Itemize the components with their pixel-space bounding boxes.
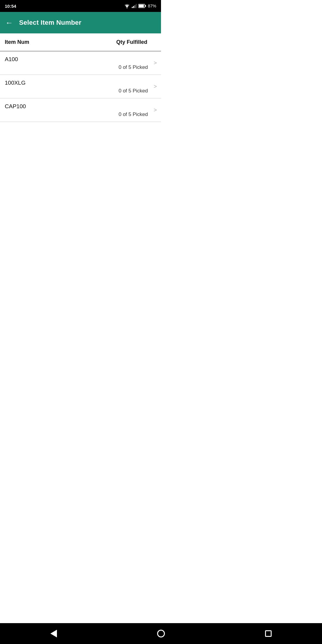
item-qty: 0 of 5 Picked [119,88,148,94]
svg-rect-4 [136,4,137,8]
svg-rect-2 [133,6,134,8]
list-item[interactable]: 100XLG 0 of 5 Picked > [0,75,161,98]
list-item[interactable]: CAP100 0 of 5 Picked > [0,98,161,122]
item-id: CAP100 [5,103,156,110]
items-list: A100 0 of 5 Picked > 100XLG 0 of 5 Picke… [0,51,161,122]
status-icons: 87% [124,4,156,8]
svg-rect-3 [134,5,135,8]
app-bar-title: Select Item Number [19,19,81,27]
col-header-item-num: Item Num [5,39,76,45]
svg-point-0 [126,7,127,8]
item-qty: 0 of 5 Picked [119,64,148,70]
chevron-right-icon: > [154,60,157,66]
svg-rect-7 [139,5,144,7]
chevron-right-icon: > [154,107,157,113]
item-id: A100 [5,56,156,63]
col-header-qty: Qty Fulfilled [76,39,156,45]
svg-rect-1 [132,7,133,8]
chevron-right-icon: > [154,83,157,90]
table-header: Item Num Qty Fulfilled [0,33,161,51]
list-item[interactable]: A100 0 of 5 Picked > [0,51,161,75]
item-id: 100XLG [5,80,156,86]
status-bar: 10:54 87% [0,0,161,12]
back-button[interactable]: ← [5,19,13,27]
wifi-icon [124,4,130,8]
signal-icon [132,4,137,8]
svg-rect-6 [145,5,146,7]
battery-percentage: 87% [148,4,156,8]
item-qty: 0 of 5 Picked [119,112,148,117]
app-bar: ← Select Item Number [0,12,161,33]
status-time: 10:54 [5,4,16,9]
battery-icon [138,4,146,8]
